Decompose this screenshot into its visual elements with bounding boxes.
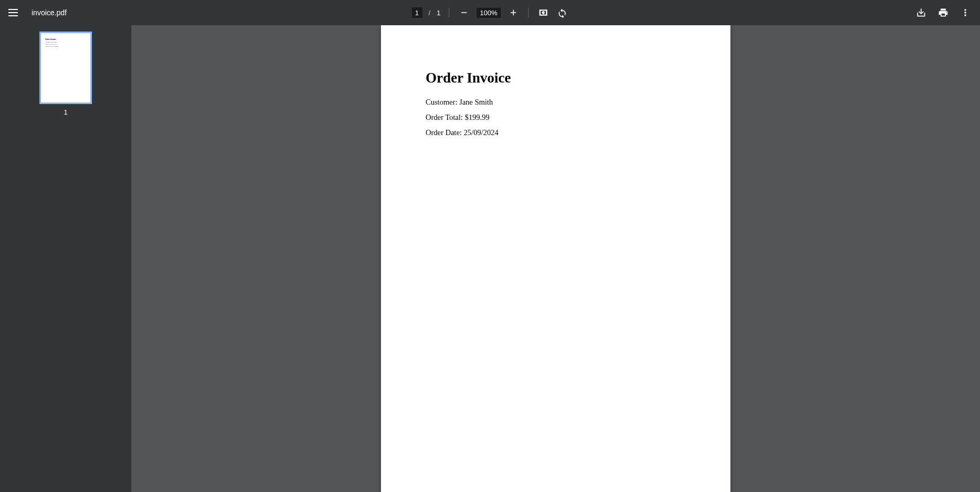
document-viewport[interactable]: Order Invoice Customer: Jane Smith Order…: [131, 25, 980, 492]
pdf-page: Order Invoice Customer: Jane Smith Order…: [381, 25, 730, 492]
svg-rect-1: [542, 12, 544, 14]
toolbar-divider: [528, 8, 529, 17]
thumb-title: Order Invoice: [45, 38, 86, 40]
menu-icon[interactable]: [8, 6, 21, 19]
zoom-level-display[interactable]: 100%: [477, 8, 500, 18]
invoice-total-line: Order Total: $199.99: [426, 113, 686, 122]
total-pages: 1: [437, 9, 440, 17]
page-separator: /: [428, 9, 430, 17]
pdf-toolbar: invoice.pdf / 1 100%: [0, 0, 980, 25]
toolbar-left: invoice.pdf: [8, 6, 67, 19]
toolbar-center: / 1 100%: [411, 6, 568, 19]
page-number-input[interactable]: [411, 7, 422, 18]
rotate-icon[interactable]: [556, 6, 569, 19]
page-thumbnail[interactable]: Order Invoice Customer: Jane Smith Order…: [39, 32, 92, 104]
content-area: Order Invoice Customer: Jane Smith Order…: [0, 25, 980, 492]
document-filename: invoice.pdf: [32, 8, 67, 17]
invoice-date-line: Order Date: 25/09/2024: [426, 128, 686, 137]
zoom-in-button[interactable]: [507, 6, 520, 19]
invoice-title: Order Invoice: [426, 70, 686, 86]
download-icon[interactable]: [915, 6, 927, 19]
thumbnail-page-label: 1: [64, 108, 67, 116]
fit-to-page-icon[interactable]: [537, 6, 550, 19]
invoice-customer-line: Customer: Jane Smith: [426, 98, 686, 107]
thumbnail-sidebar: Order Invoice Customer: Jane Smith Order…: [0, 25, 131, 492]
thumbnail-item[interactable]: Order Invoice Customer: Jane Smith Order…: [39, 32, 92, 116]
toolbar-right: [915, 6, 972, 19]
more-options-icon[interactable]: [959, 6, 972, 19]
print-icon[interactable]: [937, 6, 950, 19]
thumb-line: Order Date: 25/09/2024: [45, 46, 86, 48]
zoom-out-button[interactable]: [458, 6, 470, 19]
toolbar-divider: [449, 8, 449, 17]
